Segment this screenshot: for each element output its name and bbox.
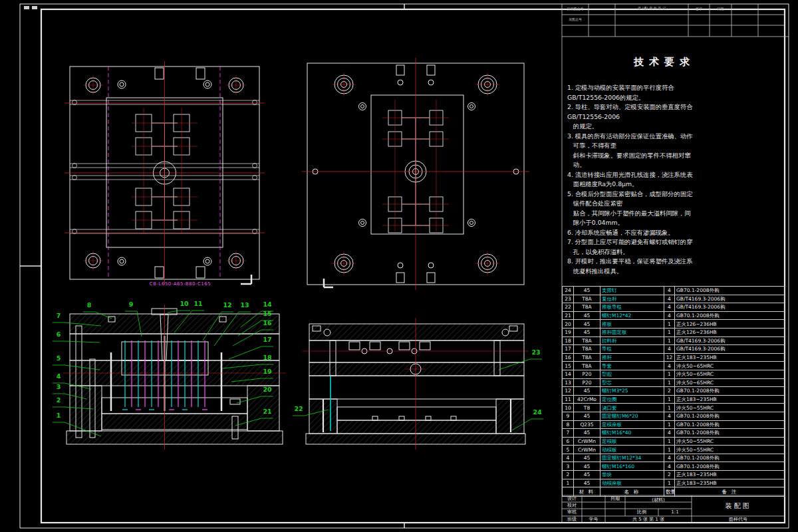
tech-requirement-line: GB/T12556-2006 (567, 112, 761, 122)
tech-requirement-line: 1. 定模与动模的安装平面的平行度符合 (567, 83, 761, 93)
material-label: (材料) (625, 497, 692, 503)
bom-row: 15T8A导套4淬火50~65HRC (563, 362, 785, 370)
tech-requirement-line: 可靠，不得有歪 (567, 141, 761, 151)
check-label: 校对 (563, 503, 581, 509)
bom-row: 1142CrMo定位圈1正火183~235HB (563, 395, 785, 404)
callout-18: 18 (261, 354, 274, 361)
bom-row: 2045推板1正火126~236HB (563, 320, 785, 329)
tech-requirement-line: 的规定。 (567, 122, 761, 132)
callout-16: 16 (261, 320, 274, 327)
tech-requirement-line: 4. 流道转接出应用光滑孔线连接，浇注系统表 (567, 170, 761, 180)
bom-row: 22T8A推板导柱4GB/T4169.3-2006购 (563, 303, 785, 312)
bom-row: 18T8A拉料杆1GB/T4169.3-2006购 (563, 336, 785, 345)
scale-label: 比例 (626, 509, 658, 515)
bom-row: 1245螺钉M3*252GB70.1-2008外购 (563, 387, 785, 396)
audit-label: 审核 (563, 509, 581, 515)
tech-requirement-line: 面粗糙度Ra为0.8μm。 (567, 180, 761, 190)
tech-requirement-line: 7. 分型面上应尽可能的避免有螺钉或销钉的穿 (567, 237, 761, 247)
bom-row: 5CrWMn动模板1淬火50~55HRC (563, 446, 785, 454)
bom-row: 8Q235定模座板1GB70.1-2008外购 (563, 420, 785, 429)
tech-requirement-line: 动。 (567, 160, 761, 170)
old-base-no-label: 旧底图总号 (563, 7, 588, 11)
callout-19: 19 (261, 368, 274, 375)
callout-2: 2 (52, 397, 65, 404)
design-label: 设计 (563, 496, 581, 502)
callout-10: 10 (178, 301, 191, 307)
tech-requirement-line: 3. 模具的所有活动部分应保证位置准确、动作 (567, 132, 761, 142)
section-mark-right (324, 279, 333, 287)
callout-6: 6 (52, 331, 65, 338)
callout-11: 11 (192, 301, 205, 307)
callout-5: 5 (52, 355, 65, 362)
bom-row: 6CrWMn定模板1淬火50~55HRC (563, 437, 785, 446)
technical-requirements-title: 技术要求 (567, 56, 761, 68)
callout-4: 4 (52, 373, 65, 380)
callout-21: 21 (261, 408, 274, 415)
bom-row: 14P20型腔1淬火50~65HRC (563, 370, 785, 378)
bom-row: 2445支撑钉4GB70.1-2008外购 (563, 287, 785, 295)
callout-24: 24 (531, 409, 544, 416)
callout-3: 3 (52, 384, 65, 390)
tech-requirement-line: 贴合，其间隙小于塑件的最大溢料间隙，间 (567, 209, 761, 219)
tech-requirement-line: 镶件配合处应紧密 (567, 199, 761, 209)
callout-13: 13 (238, 302, 251, 309)
base-no-label: 底图总号 (563, 17, 588, 22)
tech-requirement-line: 6. 冷却系统应畅通，不应有渗漏现象。 (567, 228, 761, 238)
callout-7: 7 (52, 313, 65, 319)
bom-row: 945固定螺钉M6*204GB70.1-2008外购 (563, 412, 785, 420)
bom-header-row: 材 料 名 称 数量 备 注 (563, 487, 785, 497)
bom-header-remark: 备 注 (675, 487, 785, 497)
tech-requirement-line: 5. 合模后分型面应紧密贴合，成型部分的固定 (567, 190, 761, 200)
bom-row: 1945推杆固定板1正火126~236HB (563, 328, 785, 336)
drawing-code-label: 图样代号 (692, 517, 784, 523)
callout-15: 15 (261, 311, 274, 317)
bom-row: 23T8A复位杆4GB/T4169.3-2006购 (563, 295, 785, 303)
tech-requirement-line: 隙小于0.04mm。 (567, 218, 761, 228)
callout-14: 14 (261, 301, 274, 308)
bom-row: 16T8A推杆12正火183~235HB (563, 353, 785, 362)
bom-row: 17T8A导柱4GB/T4169.3-2006购 (563, 345, 785, 354)
bom-row: 745螺钉M16*404GB70.1-2008外购 (563, 429, 785, 438)
sheet-info: 共 5 张 第 1 张 (606, 517, 691, 523)
callout-1: 1 (52, 412, 65, 419)
bom-row: 445固定螺钉M12*344GB70.1-2008外购 (563, 454, 785, 462)
technical-requirements-body: 1. 定模与动模的安装平面的平行度符合GB/T12556-2006的规定。2. … (567, 83, 761, 276)
tech-requirement-line: 8. 开模时，推出要平稳，保证将塑件及浇注系 (567, 257, 761, 267)
bom-row: 10T8浇口套1淬火50~55HRC (563, 404, 785, 412)
callout-9: 9 (124, 301, 138, 308)
callout-22: 22 (292, 406, 305, 412)
date-label-top: 日期 (710, 7, 731, 11)
technical-requirements: 技术要求 1. 定模与动模的安装平面的平行度符合GB/T12556-2006的规… (567, 56, 761, 276)
student-label: 学号 (583, 517, 604, 523)
cad-drawing-sheet: 123456789101112131415161718192021222324 … (0, 0, 798, 532)
view1-centerlines (65, 61, 265, 285)
moldbase-code-caption: CB-L650-A65-B80-C165 (135, 281, 225, 287)
bom-row: 13P20型芯1淬火50~65HRC (563, 378, 785, 387)
class-label: 班级 (563, 517, 581, 523)
callout-12: 12 (221, 302, 234, 309)
bom-header-name: 名 称 (600, 487, 664, 497)
callout-23: 23 (529, 349, 543, 356)
tech-requirement-line: 2. 导柱、导套对动、定模安装面的垂直度符合 (567, 102, 761, 112)
bom-row: 245垫块2正火183~235HB (563, 471, 785, 479)
borrow-record-label: 借 (通) 用 件 登 记 (616, 6, 688, 11)
callout-20: 20 (261, 386, 274, 393)
bom-row: 345螺钉M16*1604GB70.1-2008外购 (563, 462, 785, 471)
view2-centerlines (302, 58, 529, 290)
tech-requirement-line: 孔，以免积存溢料。 (567, 247, 761, 257)
bom-header-material: 材 料 (574, 487, 600, 497)
bom-table: 2445支撑钉4GB70.1-2008外购23T8A复位杆4GB/T4169.3… (562, 286, 785, 497)
view-section-left (66, 309, 283, 444)
tech-requirement-line: 统凝料推出模具。 (567, 267, 761, 277)
callout-17: 17 (261, 336, 274, 343)
bom-header-no (563, 487, 574, 497)
scale-value: 1:1 (659, 509, 691, 515)
drawing-name: 装配图 (692, 499, 785, 513)
tech-requirement-line: GB/T12556-2006的规定。 (567, 93, 761, 103)
date-label: 日期 (606, 496, 624, 502)
callout-8: 8 (82, 302, 96, 309)
sign-label: 签字 (689, 7, 709, 11)
bom-row: 145动模座板1正火183~235HB (563, 479, 785, 487)
bom-header-qty: 数量 (664, 487, 675, 497)
bom-row: 2145螺钉M12*424GB70.1-2008外购 (563, 311, 785, 320)
